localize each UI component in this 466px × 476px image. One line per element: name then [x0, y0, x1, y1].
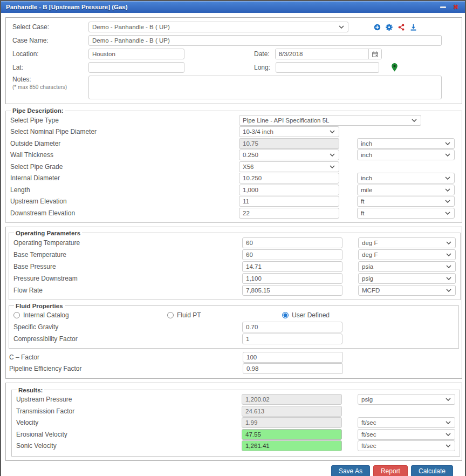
- panhandle-dialog: Panhandle - B [Upstream Pressure] (Gas) …: [0, 0, 466, 476]
- save-as-button[interactable]: Save As: [331, 465, 370, 476]
- base-temperature-unit-select[interactable]: deg F: [358, 249, 456, 260]
- field-label: Select Pipe Type: [10, 117, 239, 124]
- downstream-elevation-unit-select[interactable]: ft: [357, 208, 455, 219]
- field-label: Select Nominal Pipe Diameter: [10, 128, 239, 135]
- upstream-pressure-output: [242, 394, 342, 405]
- radio-internal-catalog[interactable]: Internal Catalog: [13, 311, 167, 319]
- nominal-diameter-select[interactable]: 10-3/4 inch: [239, 126, 339, 137]
- field-label: Wall Thickness: [10, 151, 239, 159]
- pipe-grade-select[interactable]: X56: [239, 161, 339, 172]
- parameters-section: Operating Parameters Operating Temperatu…: [5, 227, 462, 379]
- downstream-elevation-input[interactable]: [239, 208, 339, 219]
- operating-temperature-input[interactable]: [242, 237, 342, 248]
- field-label: Upstream Pressure: [16, 396, 242, 403]
- case-name-input[interactable]: [88, 35, 442, 46]
- base-temperature-input[interactable]: [242, 249, 342, 260]
- location-input[interactable]: [88, 49, 184, 59]
- compressibility-factor-input[interactable]: [242, 334, 342, 344]
- velocity-unit-select[interactable]: ft/sec: [358, 417, 455, 428]
- chevron-down-icon: [446, 253, 451, 256]
- field-label: Base Pressure: [13, 263, 242, 270]
- radio-fluid-pt[interactable]: Fluid PT: [167, 311, 282, 319]
- chevron-down-icon: [446, 444, 451, 447]
- share-button[interactable]: [398, 24, 405, 31]
- chevron-down-icon: [339, 25, 344, 29]
- case-action-bar: [374, 24, 417, 31]
- notes-textarea[interactable]: [88, 76, 442, 99]
- chevron-down-icon: [445, 200, 450, 203]
- title-bar: Panhandle - B [Upstream Pressure] (Gas) …: [1, 1, 465, 13]
- transmission-factor-output: [242, 406, 342, 417]
- results-fieldset: Results: Upstream Pressure psig Transmis…: [11, 387, 460, 457]
- calculate-button[interactable]: Calculate: [411, 465, 453, 476]
- upstream-pressure-unit-select[interactable]: psig: [358, 394, 455, 405]
- length-input[interactable]: [239, 185, 339, 195]
- erosional-velocity-output: [242, 429, 342, 440]
- report-button[interactable]: Report: [373, 465, 408, 476]
- base-pressure-unit-select[interactable]: psia: [358, 261, 456, 272]
- radio-user-defined[interactable]: User Defined: [282, 311, 330, 319]
- chevron-down-icon: [446, 241, 451, 244]
- add-case-button[interactable]: [374, 24, 381, 31]
- operating-temperature-unit-select[interactable]: deg F: [358, 237, 456, 248]
- c-factor-input[interactable]: [243, 352, 343, 363]
- internal-diameter-input[interactable]: [239, 173, 339, 183]
- sonic-velocity-unit-select[interactable]: ft/sec: [358, 440, 455, 451]
- field-label: C – Factor: [9, 353, 243, 361]
- length-unit-select[interactable]: mile: [357, 185, 455, 195]
- case-name-label: Case Name:: [12, 37, 88, 44]
- window-title: Panhandle - B [Upstream Pressure] (Gas): [6, 4, 438, 10]
- flow-rate-input[interactable]: [242, 285, 342, 296]
- outside-diameter-unit-select[interactable]: inch: [357, 138, 455, 149]
- location-pin-icon: [391, 63, 398, 72]
- sonic-velocity-output: [242, 440, 342, 451]
- pressure-downstream-unit-select[interactable]: psig: [358, 273, 456, 284]
- field-label: Outside Diameter: [10, 140, 239, 147]
- long-input[interactable]: [276, 62, 379, 73]
- gear-icon: [386, 24, 393, 31]
- date-input[interactable]: [276, 49, 368, 59]
- specific-gravity-input[interactable]: [242, 322, 342, 332]
- calendar-icon: [372, 51, 379, 58]
- minimize-icon: [440, 6, 446, 8]
- field-label: Length: [10, 186, 239, 194]
- chevron-down-icon: [330, 153, 335, 157]
- map-pin-button[interactable]: [391, 63, 398, 72]
- notes-label: Notes:: [12, 76, 31, 83]
- upstream-elevation-input[interactable]: [239, 196, 339, 207]
- case-section: Select Case: Demo - Panhandle - B ( UP) …: [5, 17, 462, 104]
- flow-rate-unit-select[interactable]: MCFD: [358, 285, 456, 296]
- settings-button[interactable]: [386, 24, 393, 31]
- close-button[interactable]: ✖: [451, 3, 460, 11]
- chevron-down-icon: [330, 130, 335, 133]
- chevron-down-icon: [446, 421, 451, 424]
- calendar-button[interactable]: [368, 49, 381, 59]
- lat-input[interactable]: [88, 62, 184, 73]
- lat-label: Lat:: [12, 64, 88, 71]
- pipe-type-select[interactable]: Pipe Line - API Specification 5L: [239, 115, 421, 126]
- notes-label-block: Notes: (* max 850 characters): [12, 76, 88, 90]
- field-label: Sonic Velocity: [16, 442, 242, 450]
- pressure-downstream-input[interactable]: [242, 273, 342, 284]
- upstream-elevation-unit-select[interactable]: ft: [357, 196, 455, 207]
- minimize-button[interactable]: [438, 3, 447, 11]
- wall-thickness-select[interactable]: 0.250: [239, 149, 339, 160]
- long-label: Long:: [246, 64, 270, 71]
- erosional-velocity-unit-select[interactable]: ft/sec: [358, 429, 455, 440]
- base-pressure-input[interactable]: [242, 261, 342, 272]
- results-section: Results: Upstream Pressure psig Transmis…: [5, 383, 462, 461]
- chevron-down-icon: [445, 153, 450, 157]
- wall-thickness-unit-select[interactable]: inch: [357, 149, 455, 160]
- share-icon: [398, 24, 405, 31]
- download-icon: [410, 24, 417, 31]
- field-label: Select Pipe Grade: [10, 163, 239, 171]
- operating-parameters-legend: Operating Parameters: [14, 230, 82, 236]
- select-case-dropdown[interactable]: Demo - Panhandle - B ( UP): [88, 22, 348, 32]
- pipe-description-legend: Pipe Description:: [11, 107, 65, 114]
- results-legend: Results:: [17, 387, 44, 393]
- field-label: Compressibility Factor: [13, 335, 242, 343]
- download-button[interactable]: [410, 24, 417, 31]
- pipeline-efficiency-factor-input[interactable]: [243, 363, 343, 374]
- internal-diameter-unit-select[interactable]: inch: [357, 173, 455, 183]
- chevron-down-icon: [446, 277, 451, 280]
